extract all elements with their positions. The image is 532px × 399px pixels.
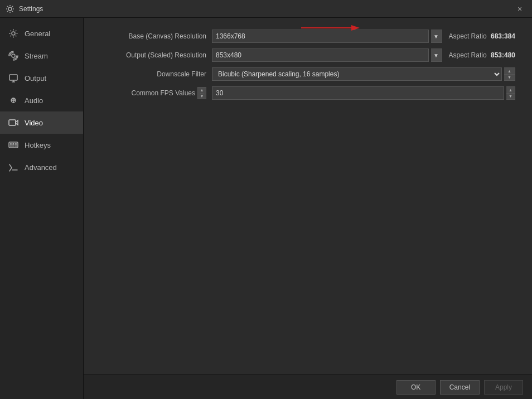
- svg-rect-12: [13, 144, 14, 145]
- base-aspect-ratio-label: Aspect Ratio 683:384: [449, 32, 515, 40]
- fps-down-arrow[interactable]: ▼: [200, 94, 204, 99]
- settings-icon: [6, 4, 14, 13]
- output-resolution-input[interactable]: [212, 48, 429, 62]
- output-resolution-control: ▼ Aspect Ratio 853:480: [212, 48, 515, 62]
- fps-label: Common FPS Values ▲ ▼: [100, 87, 212, 99]
- base-resolution-dropdown[interactable]: ▼: [431, 30, 442, 43]
- output-resolution-row: Output (Scaled) Resolution ▼ Aspect Rati…: [100, 48, 515, 62]
- content-area: Base (Canvas) Resolution ▼ Aspect Ratio …: [84, 18, 532, 399]
- sidebar-item-general[interactable]: General: [0, 22, 83, 45]
- downscale-filter-select[interactable]: Bicubic (Sharpened scaling, 16 samples): [212, 67, 502, 81]
- output-icon: [8, 72, 19, 84]
- fps-row: Common FPS Values ▲ ▼ ▲ ▼: [100, 86, 515, 100]
- sidebar-item-output[interactable]: Output: [0, 67, 83, 89]
- downscale-filter-label: Downscale Filter: [100, 70, 212, 78]
- sidebar-item-stream[interactable]: Stream: [0, 45, 83, 67]
- output-resolution-dropdown[interactable]: ▼: [431, 48, 442, 62]
- sidebar-item-advanced[interactable]: Advanced: [0, 156, 83, 178]
- audio-label: Audio: [25, 96, 43, 105]
- fps-input[interactable]: [212, 86, 504, 100]
- cancel-button[interactable]: Cancel: [440, 380, 480, 395]
- video-icon: [8, 117, 19, 128]
- advanced-label: Advanced: [25, 163, 57, 172]
- fps-up-arrow[interactable]: ▲: [200, 87, 204, 94]
- apply-button[interactable]: Apply: [484, 380, 523, 395]
- svg-point-0: [8, 7, 12, 11]
- downscale-filter-row: Downscale Filter Bicubic (Sharpened scal…: [100, 67, 515, 81]
- title-bar: Settings ×: [0, 0, 532, 18]
- output-aspect-ratio-label: Aspect Ratio 853:480: [449, 51, 515, 59]
- audio-icon: [8, 95, 19, 106]
- output-aspect-ratio-value: 853:480: [491, 51, 515, 59]
- stream-icon: [8, 50, 19, 61]
- hotkeys-icon: [8, 139, 19, 150]
- footer: OK Cancel Apply: [84, 374, 532, 399]
- ok-button[interactable]: OK: [396, 380, 436, 395]
- sidebar-item-hotkeys[interactable]: Hotkeys: [0, 134, 83, 156]
- base-resolution-control: ▼ Aspect Ratio 683:384: [212, 30, 515, 43]
- svg-rect-16: [15, 145, 17, 147]
- svg-rect-13: [15, 144, 17, 145]
- title-bar-left: Settings: [6, 4, 43, 13]
- sidebar: General Stream: [0, 18, 84, 399]
- video-label: Video: [25, 119, 43, 127]
- stream-label: Stream: [25, 52, 48, 60]
- output-label: Output: [25, 74, 46, 82]
- downscale-up[interactable]: ▲: [504, 68, 515, 75]
- svg-point-2: [12, 54, 15, 57]
- base-resolution-input[interactable]: [212, 30, 429, 43]
- advanced-icon: [8, 162, 19, 173]
- downscale-spinner[interactable]: ▲ ▼: [504, 67, 515, 81]
- svg-rect-14: [10, 145, 12, 147]
- base-resolution-label: Base (Canvas) Resolution: [100, 32, 212, 40]
- svg-rect-3: [9, 75, 17, 80]
- output-resolution-label: Output (Scaled) Resolution: [100, 51, 212, 59]
- fps-control: ▲ ▼: [212, 86, 515, 100]
- fps-spinner-up-btn[interactable]: ▲: [506, 87, 515, 94]
- downscale-down[interactable]: ▼: [504, 75, 515, 81]
- fps-spinner-up[interactable]: ▲ ▼: [197, 87, 206, 99]
- svg-rect-11: [10, 144, 12, 145]
- sidebar-item-video[interactable]: Video: [0, 111, 83, 134]
- svg-point-1: [12, 32, 15, 35]
- svg-rect-15: [13, 145, 14, 147]
- base-aspect-ratio-value: 683:384: [491, 32, 515, 40]
- close-button[interactable]: ×: [513, 2, 526, 16]
- sidebar-item-audio[interactable]: Audio: [0, 89, 83, 111]
- settings-body: Base (Canvas) Resolution ▼ Aspect Ratio …: [84, 18, 532, 374]
- fps-text-label: Common FPS Values: [132, 89, 196, 97]
- fps-spinner-down-btn[interactable]: ▼: [506, 94, 515, 100]
- main-layout: General Stream: [0, 18, 532, 399]
- svg-rect-9: [9, 120, 16, 125]
- general-label: General: [25, 30, 50, 38]
- fps-spinner[interactable]: ▲ ▼: [506, 86, 515, 100]
- base-resolution-row: Base (Canvas) Resolution ▼ Aspect Ratio …: [100, 29, 515, 43]
- window-title: Settings: [19, 5, 43, 13]
- downscale-filter-control: Bicubic (Sharpened scaling, 16 samples) …: [212, 67, 515, 81]
- hotkeys-label: Hotkeys: [25, 141, 51, 149]
- gear-icon: [8, 28, 19, 39]
